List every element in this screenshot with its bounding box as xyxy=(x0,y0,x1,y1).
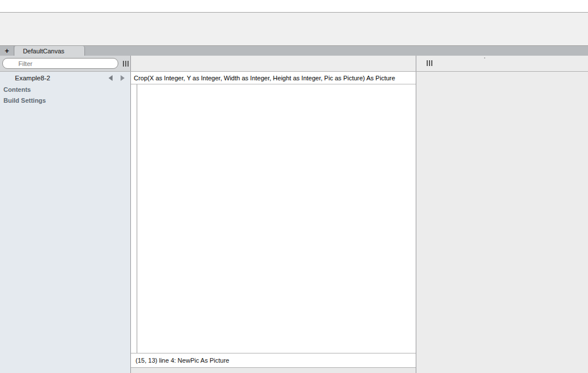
filter-box[interactable] xyxy=(2,58,118,69)
navigator-panel: Example8-2 Contents Build Settings xyxy=(0,72,131,373)
contents-header: Contents xyxy=(0,84,130,95)
editor-status-bar: (15, 13) line 4: NewPic As Picture xyxy=(131,353,416,368)
project-name: Example8-2 xyxy=(15,75,106,81)
inspector-mode-switch xyxy=(484,57,485,59)
secondary-toolbar xyxy=(0,56,588,72)
editor-bottom-strip xyxy=(131,368,416,373)
tab-bar: + DefaultCanvas xyxy=(0,46,588,56)
code-editor-panel: Crop(X as Integer, Y as Integer, Width a… xyxy=(131,72,416,373)
build-settings-header: Build Settings xyxy=(0,95,130,106)
main-area: Example8-2 Contents Build Settings Crop(… xyxy=(0,72,588,373)
menu-bar xyxy=(0,0,588,13)
main-toolbar xyxy=(0,13,588,46)
editor-toolbar xyxy=(131,56,416,71)
tab-defaultcanvas[interactable]: DefaultCanvas xyxy=(14,46,85,56)
new-tab-button[interactable]: + xyxy=(0,46,14,56)
inspector-panel xyxy=(416,72,588,373)
navigator-header xyxy=(0,56,131,71)
method-signature: Crop(X as Integer, Y as Integer, Width a… xyxy=(131,72,416,84)
code-area[interactable] xyxy=(131,84,416,353)
panel-toggle-icon[interactable] xyxy=(427,60,432,66)
filter-input[interactable] xyxy=(17,60,100,68)
nav-back-icon[interactable] xyxy=(109,75,113,81)
project-header[interactable]: Example8-2 xyxy=(0,72,130,84)
xojo-ide-window: + DefaultCanvas Example8-2 xyxy=(0,0,588,373)
tab-label: DefaultCanvas xyxy=(23,48,64,55)
nav-forward-icon[interactable] xyxy=(121,75,125,81)
panel-toggle-icon[interactable] xyxy=(123,61,129,67)
gutter-line xyxy=(137,84,137,353)
history-arrows xyxy=(109,75,125,81)
inspector-header xyxy=(416,56,588,71)
